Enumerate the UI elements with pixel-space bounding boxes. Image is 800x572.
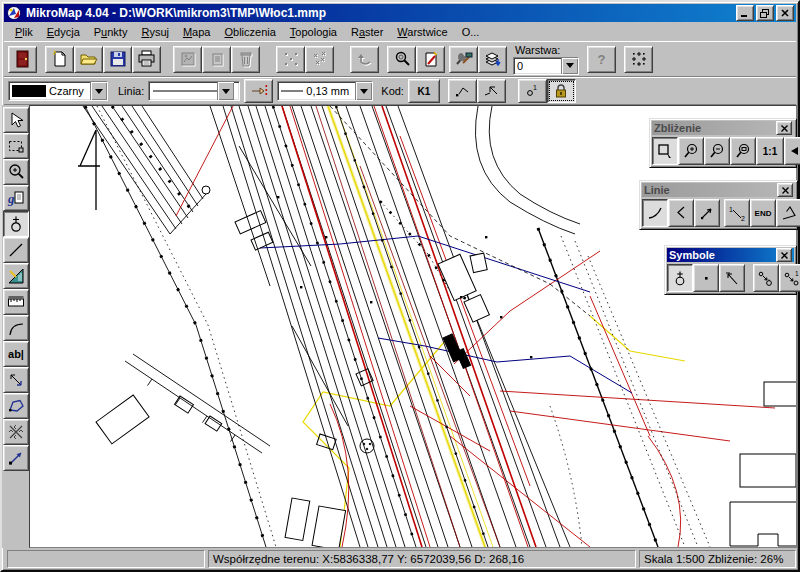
menu-item-plik[interactable]: Plik: [8, 24, 40, 40]
minimize-button[interactable]: [736, 5, 754, 21]
layer-combobox[interactable]: 0: [513, 57, 579, 75]
tools-button[interactable]: [449, 46, 478, 73]
menu-item-obliczenia[interactable]: Obliczenia: [217, 24, 282, 40]
zoom-one-to-one-button[interactable]: 1:1: [756, 137, 784, 165]
zoom-palette-title: Zbliżenie: [654, 122, 776, 134]
select-tool-button[interactable]: [3, 107, 29, 133]
line-width-value: 0,13 mm: [303, 85, 355, 97]
symbols-palette-close-button[interactable]: [776, 248, 792, 262]
menu-item-mapa[interactable]: Mapa: [176, 24, 218, 40]
lines-palette: Linie 1 2 END: [639, 180, 798, 230]
draft-tool-button[interactable]: [3, 263, 29, 289]
help-button: ?: [587, 46, 616, 73]
list-button: [202, 46, 231, 73]
line-one-two-button[interactable]: 1 2: [724, 199, 750, 227]
menu-item-punkty[interactable]: Punkty: [87, 24, 135, 40]
symbol-tool-button[interactable]: [3, 211, 29, 237]
segment-icon: [6, 448, 26, 468]
lines-palette-titlebar[interactable]: Linie: [642, 183, 795, 197]
symbol-point-button[interactable]: [667, 264, 693, 292]
scale-text: Skala 1:500 Zbliżenie: 26%: [644, 553, 783, 565]
lock-button[interactable]: [547, 79, 576, 103]
floppy-disk-icon: [109, 50, 127, 68]
lines-palette-close-button[interactable]: [777, 183, 793, 197]
layer-dropdown-button[interactable]: [561, 58, 578, 74]
pick-style-button[interactable]: [244, 79, 273, 103]
polyline-back-button[interactable]: [477, 79, 506, 103]
zoom-window-button[interactable]: [652, 137, 678, 165]
measure-tool-button[interactable]: [3, 289, 29, 315]
point-number-button[interactable]: 1: [518, 79, 547, 103]
map-canvas[interactable]: [29, 105, 797, 548]
menu-item-topologia[interactable]: Topologia: [283, 24, 344, 40]
zoom-previous-button[interactable]: [784, 137, 800, 165]
zigzag-icon: [672, 204, 690, 222]
line-width-sample: [281, 85, 303, 97]
layers-button[interactable]: [478, 46, 507, 73]
line-style-combobox[interactable]: [148, 81, 240, 101]
zoom-palette-titlebar[interactable]: Zbliżenie: [652, 121, 794, 135]
line-zigzag-button[interactable]: [668, 199, 694, 227]
import-raster-button: [173, 46, 202, 73]
window-title: MikroMap 4.04 - D:\WORK\mikrom3\TMP\Włoc…: [26, 6, 734, 20]
symbol-select-button[interactable]: [719, 264, 745, 292]
marquee-tool-button[interactable]: [3, 133, 29, 159]
close-icon: [782, 187, 789, 194]
line-style-dropdown-button[interactable]: [217, 82, 234, 100]
code-button[interactable]: K1: [408, 79, 440, 103]
select-points-button: [305, 46, 334, 73]
zoom-tool-button[interactable]: [387, 46, 416, 73]
padlock-icon: [553, 83, 569, 99]
arrow-up-right-icon: [698, 204, 716, 222]
line-width-combobox[interactable]: 0,13 mm: [277, 81, 373, 101]
line-tool-button[interactable]: [3, 237, 29, 263]
redraw-button[interactable]: [416, 46, 445, 73]
new-file-button[interactable]: [45, 46, 74, 73]
menu-item-rysuj[interactable]: Rysuj: [134, 24, 176, 40]
menu-item-o[interactable]: O...: [455, 24, 487, 40]
edit-attributes-icon: g: [6, 188, 26, 208]
exit-button[interactable]: [8, 46, 37, 73]
layers-stack-icon: [483, 50, 502, 68]
menu-item-edycja[interactable]: Edycja: [40, 24, 87, 40]
point-symbol-icon: [671, 269, 689, 287]
magnifier-minus-icon: [708, 142, 726, 160]
line-curve-button[interactable]: [642, 199, 668, 227]
grid-button[interactable]: [624, 46, 653, 73]
segment-tool-button[interactable]: [3, 445, 29, 471]
line-close-polygon-button[interactable]: [776, 199, 800, 227]
symbols-palette-titlebar[interactable]: Symbole: [667, 248, 794, 262]
zoom-palette-close-button[interactable]: [776, 121, 792, 135]
print-button[interactable]: [132, 46, 161, 73]
zoom-in-button[interactable]: [678, 137, 704, 165]
menu-item-raster[interactable]: Raster: [344, 24, 390, 40]
symbol-copy-number-button[interactable]: 1: [779, 264, 800, 292]
move-tool-button[interactable]: [3, 367, 29, 393]
delete-node-tool-button[interactable]: [3, 419, 29, 445]
zoom-extents-button[interactable]: [730, 137, 756, 165]
arc-tool-button[interactable]: [3, 315, 29, 341]
open-file-button[interactable]: [74, 46, 103, 73]
polyline-start-button[interactable]: [448, 79, 477, 103]
zoom-out-button[interactable]: [704, 137, 730, 165]
color-combobox[interactable]: Czarny: [8, 81, 108, 101]
chevron-down-icon: [95, 89, 103, 94]
polygon-tool-button[interactable]: [3, 393, 29, 419]
line-direction-button[interactable]: [694, 199, 720, 227]
save-button[interactable]: [103, 46, 132, 73]
line-width-dropdown-button[interactable]: [355, 82, 372, 100]
attributes-tool-button[interactable]: g: [3, 185, 29, 211]
grid-crosses-icon: [630, 50, 648, 68]
menu-item-warstwice[interactable]: Warstwice: [390, 24, 454, 40]
close-button[interactable]: [776, 5, 794, 21]
text-tool-button[interactable]: ab|: [3, 341, 29, 367]
pointer-arrow-icon: [6, 110, 26, 130]
zoom-in-tool-button[interactable]: [3, 159, 29, 185]
symbol-copy-button[interactable]: [753, 264, 779, 292]
svg-text:1: 1: [795, 270, 799, 277]
symbol-dot-button[interactable]: [693, 264, 719, 292]
line-end-button[interactable]: END: [750, 199, 776, 227]
trash-icon: [237, 50, 255, 68]
color-dropdown-button[interactable]: [90, 82, 107, 100]
restore-button[interactable]: [756, 5, 774, 21]
